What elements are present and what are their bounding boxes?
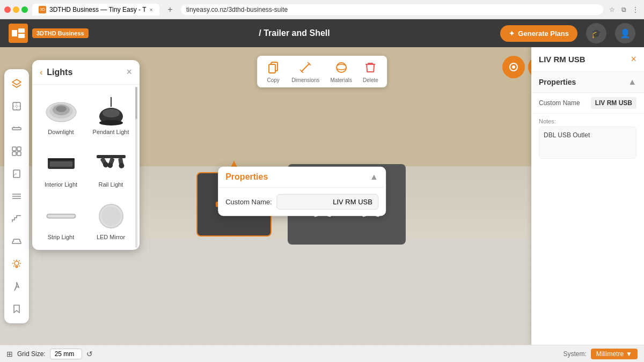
help-button[interactable]: 🎓 — [586, 23, 606, 43]
svg-rect-4 — [269, 64, 275, 73]
user-button[interactable]: 👤 — [615, 23, 635, 43]
svg-point-23 — [56, 106, 67, 112]
window-min-btn[interactable] — [13, 6, 19, 13]
rail-label: Rail Light — [99, 181, 123, 188]
materials-icon — [334, 60, 349, 75]
sidebar-sofa-btn[interactable] — [6, 231, 27, 252]
rail-light-icon — [92, 147, 130, 179]
strip-light-icon — [42, 200, 80, 232]
light-item-interior[interactable]: Interior Light — [36, 142, 85, 193]
sidebar-layers2-btn[interactable] — [6, 186, 27, 206]
properties-title: Properties — [225, 172, 268, 181]
camera-button[interactable] — [502, 56, 525, 78]
led-mirror-label: LED Mirror — [97, 234, 125, 240]
menu-btn[interactable]: ⋮ — [631, 5, 640, 14]
bookmark-btn[interactable]: ☆ — [608, 5, 616, 14]
generate-plans-button[interactable]: ✦ Generate Plans — [500, 25, 577, 42]
custom-name-input[interactable] — [276, 194, 378, 209]
custom-name-label: Custom Name: — [225, 197, 272, 205]
lights-close-button[interactable]: × — [126, 67, 132, 78]
extensions-btn[interactable]: ⧉ — [619, 5, 628, 14]
toolbar-dimensions[interactable]: Dimensions — [291, 60, 319, 83]
millimetre-button[interactable]: Millimetre ▼ — [591, 349, 638, 359]
toolbar-delete[interactable]: Delete — [363, 60, 378, 83]
logo-badge: 3DTHD Business — [32, 28, 89, 38]
strip-label: Strip Light — [48, 234, 75, 240]
tab-title: 3DTHD Business — Tiny Easy - T — [49, 6, 147, 13]
notes-area: Notes: DBL USB Outlet — [531, 114, 644, 163]
sidebar-electrical-btn[interactable] — [6, 276, 27, 297]
system-label: System: — [563, 350, 586, 358]
copy-icon — [266, 60, 281, 75]
notes-content: DBL USB Outlet — [544, 131, 590, 139]
toolbar-materials[interactable]: Materials — [330, 60, 352, 83]
svg-point-18 — [14, 261, 19, 265]
props-right-close-btn[interactable]: × — [631, 54, 636, 65]
title-main: Trailer and Shell — [264, 28, 330, 38]
pendant-icon — [92, 94, 130, 127]
user-icon: 👤 — [620, 28, 631, 39]
sidebar-light-btn[interactable] — [6, 254, 27, 274]
window-close-btn[interactable] — [4, 6, 11, 13]
props-right-collapse-btn[interactable]: ▲ — [628, 77, 636, 87]
grid-size-input[interactable] — [50, 349, 82, 359]
props-right-section-header: Properties ▲ — [531, 72, 644, 93]
downlight-label: Downlight — [48, 129, 74, 135]
downlight-icon — [42, 94, 80, 127]
props-right-body: Properties ▲ Custom Name LIV RM USB Note… — [531, 72, 644, 163]
toolbar-copy[interactable]: Copy — [266, 60, 281, 83]
copy-label: Copy — [267, 77, 279, 83]
refresh-button[interactable]: ↺ — [86, 350, 93, 358]
sidebar-box-btn[interactable] — [6, 96, 27, 116]
svg-rect-1 — [18, 28, 25, 33]
generate-star-icon: ✦ — [509, 29, 515, 38]
custom-name-row: Custom Name: — [225, 194, 378, 209]
grid-size-label: Grid Size: — [17, 350, 46, 358]
properties-body: Custom Name: — [218, 187, 386, 216]
lights-grid: Downlight Pendant Light — [32, 85, 140, 250]
props-custom-name-row: Custom Name LIV RM USB — [531, 93, 644, 114]
svg-point-7 — [512, 65, 515, 69]
svg-rect-16 — [17, 152, 21, 156]
sidebar-layers-btn[interactable] — [6, 73, 27, 94]
led-mirror-icon — [92, 200, 130, 232]
tab-favicon: 3D — [39, 6, 46, 13]
delete-icon — [363, 60, 378, 75]
sidebar-measure-btn[interactable] — [6, 119, 27, 139]
svg-rect-2 — [18, 34, 25, 38]
props-right-section-title: Properties — [539, 78, 576, 86]
new-tab-button[interactable]: + — [164, 3, 177, 16]
sidebar-grid-btn[interactable] — [6, 141, 27, 161]
svg-rect-0 — [12, 30, 17, 36]
light-item-downlight[interactable]: Downlight — [36, 89, 85, 141]
browser-tab[interactable]: 3D 3DTHD Business — Tiny Easy - T × — [32, 4, 159, 16]
svg-point-26 — [103, 109, 120, 117]
light-item-pendant[interactable]: Pendant Light — [86, 89, 135, 141]
properties-header: Properties ▲ — [218, 166, 386, 187]
lights-scrollbar-thumb — [135, 87, 137, 119]
light-item-led-mirror[interactable]: LED Mirror — [86, 194, 135, 246]
pendant-label: Pendant Light — [93, 129, 129, 135]
svg-rect-39 — [48, 215, 75, 217]
sidebar-bookmark-btn[interactable] — [6, 299, 27, 319]
chevron-down-icon: ▼ — [626, 350, 632, 358]
window-max-btn[interactable] — [21, 6, 28, 13]
svg-rect-30 — [48, 158, 75, 160]
properties-collapse-btn[interactable]: ▲ — [370, 172, 378, 181]
lights-panel: ‹ Lights × Downlight — [32, 60, 140, 250]
svg-rect-15 — [12, 152, 16, 156]
materials-label: Materials — [330, 77, 352, 83]
svg-point-41 — [101, 206, 121, 226]
svg-point-27 — [99, 120, 123, 125]
address-bar[interactable]: tinyeasy.co.nz/3dthd-business-suite — [181, 4, 603, 15]
help-icon: 🎓 — [591, 28, 602, 39]
light-item-rail[interactable]: Rail Light — [86, 142, 135, 193]
lights-back-button[interactable]: ‹ — [40, 68, 42, 77]
status-bar: ⊞ Grid Size: ↺ System: Millimetre ▼ — [0, 345, 644, 362]
sidebar-door-btn[interactable] — [6, 164, 27, 184]
generate-btn-label: Generate Plans — [518, 29, 569, 38]
sidebar-stairs-btn[interactable] — [6, 209, 27, 229]
tab-close-btn[interactable]: × — [150, 6, 153, 13]
light-item-strip[interactable]: Strip Light — [36, 194, 85, 246]
lights-scrollbar[interactable] — [135, 87, 137, 248]
